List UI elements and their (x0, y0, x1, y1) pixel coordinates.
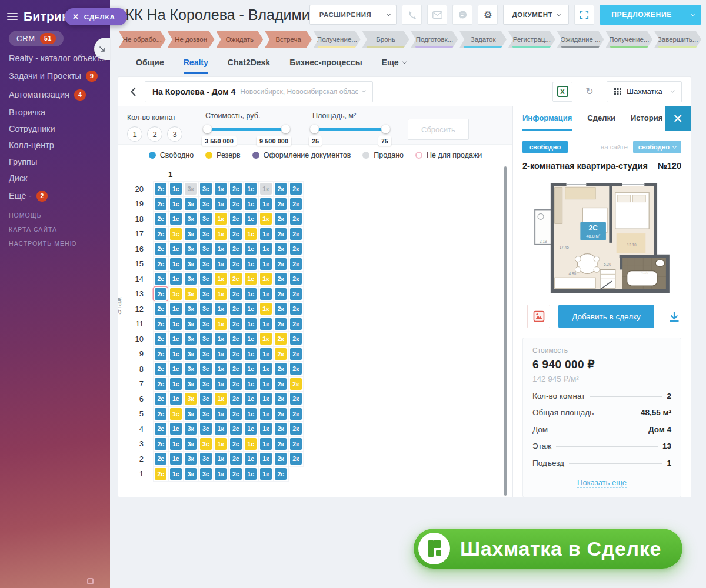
unit-cell[interactable]: 2к (290, 378, 302, 390)
unit-cell[interactable]: 1с (245, 288, 257, 300)
unit-cell[interactable]: 2к (275, 288, 287, 300)
offer-caret[interactable] (684, 5, 701, 25)
unit-cell[interactable]: 3с (200, 318, 212, 330)
unit-cell[interactable]: 1с (170, 423, 182, 435)
sidebar-item[interactable]: CRM51 (9, 31, 64, 46)
unit-cell[interactable]: 3к (185, 273, 197, 285)
unit-cell[interactable]: 2к (275, 198, 287, 210)
tab-realty[interactable]: Realty (184, 58, 208, 68)
unit-cell[interactable]: 2с (155, 393, 166, 405)
price-slider-max-handle[interactable] (281, 125, 290, 133)
unit-cell[interactable]: 2к (290, 438, 302, 450)
unit-cell[interactable]: 1к (260, 363, 272, 375)
unit-cell[interactable]: 1к (215, 378, 227, 390)
unit-cell[interactable]: 1с (170, 288, 182, 300)
unit-cell[interactable]: 1к (260, 303, 272, 315)
unit-cell[interactable]: 2к (290, 318, 302, 330)
sidebar-item[interactable]: Сотрудники (9, 125, 101, 133)
tab-chat2desk[interactable]: Chat2Desk (228, 58, 270, 68)
unit-cell[interactable]: 2с (230, 213, 242, 225)
unit-cell[interactable]: 1к (260, 228, 272, 240)
unit-cell[interactable]: 3к (185, 258, 197, 270)
unit-cell[interactable]: 2к (275, 213, 287, 225)
unit-cell[interactable]: 3с (200, 453, 212, 465)
close-icon[interactable]: ✕ (72, 12, 79, 21)
sidebar-footer-link[interactable]: ПОМОЩЬ (9, 212, 104, 219)
unit-cell[interactable]: 2с (230, 258, 242, 270)
unit-cell[interactable]: 2с (155, 468, 166, 480)
unit-cell[interactable]: 2к (275, 363, 287, 375)
unit-cell[interactable]: 3к (185, 183, 197, 195)
excel-export-button[interactable]: X (552, 82, 572, 102)
unit-cell[interactable]: 1к (260, 243, 272, 255)
unit-cell[interactable]: 1с (245, 273, 257, 285)
unit-cell[interactable]: 2с (155, 183, 166, 195)
unit-cell[interactable]: 3с (200, 438, 212, 450)
unit-cell[interactable]: 1к (215, 438, 227, 450)
unit-cell[interactable]: 1к (260, 273, 272, 285)
unit-cell[interactable]: 3к (185, 438, 197, 450)
pipeline-stage[interactable]: Завершить... (654, 31, 701, 48)
unit-cell[interactable]: 1к (260, 468, 272, 480)
unit-cell[interactable]: 3с (200, 303, 212, 315)
unit-cell[interactable]: 2с (230, 468, 242, 480)
sidebar-footer-link[interactable]: НАСТРОИТЬ МЕНЮ (9, 240, 104, 247)
pipeline-stage[interactable]: Встреча (265, 31, 312, 48)
unit-cell[interactable]: 2с (155, 228, 166, 240)
view-mode-dropdown[interactable]: Шахматка (607, 81, 682, 102)
unit-cell[interactable]: 1к (260, 438, 272, 450)
unit-cell[interactable]: 1к (215, 393, 227, 405)
unit-cell[interactable]: 1с (245, 423, 257, 435)
unit-cell[interactable]: 3с (200, 333, 212, 345)
unit-cell[interactable]: 2к (275, 438, 287, 450)
download-button[interactable] (667, 309, 681, 323)
unit-cell[interactable]: 2к (275, 303, 287, 315)
unit-cell[interactable]: 2к (290, 273, 302, 285)
unit-cell[interactable]: 2к (275, 183, 287, 195)
deal-badge[interactable]: ✕ СДЕЛКА (65, 8, 127, 25)
unit-cell[interactable]: 2с (230, 228, 242, 240)
unit-cell[interactable]: 3с (200, 258, 212, 270)
pipeline-stage[interactable]: Регистрац... (508, 31, 555, 48)
unit-cell[interactable]: 2к (275, 228, 287, 240)
unit-cell[interactable]: 1к (215, 408, 227, 420)
pdf-button[interactable] (527, 305, 550, 328)
unit-cell[interactable]: 1с (170, 363, 182, 375)
call-button[interactable] (402, 5, 422, 25)
unit-cell[interactable]: 1с (170, 213, 182, 225)
rooms-filter-button[interactable]: 3 (167, 126, 182, 142)
unit-cell[interactable]: 3с (200, 423, 212, 435)
pipeline-stage[interactable]: Получение... (314, 31, 361, 48)
pipeline-stage[interactable]: Ожидать (217, 31, 264, 48)
extensions-button[interactable]: РАСШИРЕНИЯ (309, 5, 397, 25)
unit-cell[interactable]: 1с (245, 393, 257, 405)
unit-cell[interactable]: 3с (200, 363, 212, 375)
unit-cell[interactable]: 2с (155, 423, 166, 435)
sidebar-item[interactable]: Колл-центр (9, 141, 101, 150)
unit-cell[interactable]: 2с (155, 363, 166, 375)
unit-cell[interactable]: 1с (245, 303, 257, 315)
unit-cell[interactable]: 3с (200, 348, 212, 360)
unit-cell[interactable]: 1к (260, 378, 272, 390)
unit-cell[interactable]: 1с (170, 378, 182, 390)
rooms-filter-button[interactable]: 1 (127, 126, 142, 142)
tab-еще[interactable]: Еще (382, 58, 406, 68)
unit-cell[interactable]: 1к (260, 408, 272, 420)
site-status-dropdown[interactable]: свободно (633, 141, 681, 153)
unit-cell[interactable]: 1с (170, 228, 182, 240)
unit-cell[interactable]: 1с (245, 213, 257, 225)
unit-cell[interactable]: 2с (230, 438, 242, 450)
unit-cell[interactable]: 1к (260, 198, 272, 210)
unit-cell[interactable]: 1с (170, 438, 182, 450)
unit-cell[interactable]: 3с (200, 288, 212, 300)
unit-cell[interactable]: 3к (185, 453, 197, 465)
unit-cell[interactable]: 1к (215, 303, 227, 315)
unit-cell[interactable]: 2к (290, 243, 302, 255)
unit-cell[interactable]: 1к (215, 318, 227, 330)
building-selector[interactable]: На Королева - Дом 4 Новосибирск, Новосиб… (145, 81, 373, 102)
unit-cell[interactable]: 1с (170, 393, 182, 405)
unit-cell[interactable]: 2с (230, 378, 242, 390)
unit-cell[interactable]: 3к (185, 333, 197, 345)
unit-cell[interactable]: 1с (170, 198, 182, 210)
unit-cell[interactable]: 2с (155, 438, 166, 450)
